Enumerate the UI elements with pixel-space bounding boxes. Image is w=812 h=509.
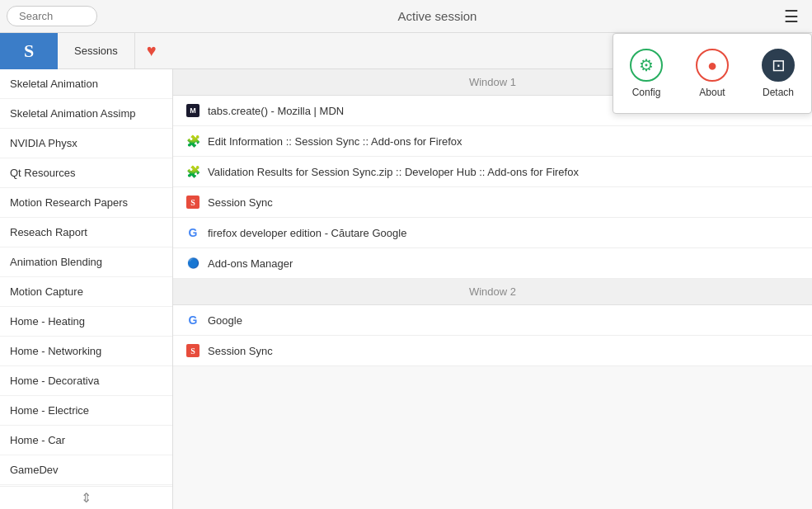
tab-title: Edit Information :: Session Sync :: Add-… (208, 135, 462, 148)
tab-title: firefox developer edition - Căutare Goog… (208, 227, 406, 239)
google-icon: G (189, 313, 198, 327)
sidebar-item[interactable]: Home - Electrice (0, 396, 172, 426)
google-icon: G (189, 226, 198, 239)
favicon-session-icon: S (186, 344, 199, 357)
puzzle-icon: 🧩 (186, 134, 200, 148)
tab-title: Session Sync (208, 196, 273, 209)
sidebar-item[interactable]: Motion Research Papers (0, 188, 172, 218)
sidebar-item[interactable]: Reseach Raport (0, 218, 172, 247)
tab-favicon: 🧩 (186, 134, 199, 148)
tab-favicon: G (186, 313, 199, 327)
app-title: Active session (398, 9, 477, 23)
tab-favicon: G (186, 226, 199, 239)
sidebar-item[interactable]: Home - Car (0, 426, 172, 455)
favicon-session-icon: S (186, 196, 199, 209)
tab-item[interactable]: 🧩 Edit Information :: Session Sync :: Ad… (173, 126, 812, 157)
sidebar-item[interactable]: NVIDIA Physx (0, 129, 172, 158)
tab-favicon: S (186, 344, 199, 357)
tab-title: Validation Results for Session Sync.zip … (208, 166, 579, 178)
about-label: About (699, 87, 725, 98)
tab-title: Add-ons Manager (208, 257, 293, 270)
main-layout: Skeletal AnimationSkeletal Animation Ass… (0, 69, 812, 509)
tab-title: Session Sync (208, 345, 273, 357)
sessions-tab[interactable]: Sessions (58, 33, 135, 69)
config-label: Config (632, 87, 661, 98)
search-input[interactable] (7, 6, 97, 26)
sidebar-item[interactable]: Home - Networking (0, 337, 172, 366)
app-logo[interactable]: S (0, 33, 58, 69)
dropdown-menu: ⚙ Config ● About ⊡ Detach (613, 33, 812, 114)
sidebar-scroll-down[interactable]: ⇕ (0, 486, 172, 509)
puzzle-icon: 🧩 (186, 165, 200, 178)
tab-item[interactable]: G Google (173, 305, 812, 336)
tab-favicon: S (186, 196, 199, 209)
tab-title: tabs.create() - Mozilla | MDN (208, 105, 344, 117)
detach-menu-item[interactable]: ⊡ Detach (752, 44, 805, 103)
about-icon: ● (696, 49, 729, 82)
sidebar-item[interactable]: Home - Heating (0, 307, 172, 337)
logo-letter: S (24, 40, 34, 62)
menu-button[interactable]: ☰ (777, 3, 805, 30)
sidebar-item[interactable]: Qt Resources (0, 158, 172, 188)
favorites-tab[interactable]: ♥ (135, 33, 168, 69)
favicon-mdn-icon: M (186, 104, 199, 117)
tab-favicon: 🔵 (186, 257, 199, 270)
config-menu-item[interactable]: ⚙ Config (620, 44, 673, 103)
sidebar-item[interactable]: Skeletal Animation (0, 69, 172, 99)
addon-icon: 🔵 (187, 257, 199, 269)
tab-item[interactable]: S Session Sync (173, 187, 812, 218)
top-bar: Active session ☰ (0, 0, 812, 33)
tab-favicon: 🧩 (186, 165, 199, 178)
heart-icon: ♥ (147, 41, 157, 60)
content-area: Window 1 M tabs.create() - Mozilla | MDN… (173, 69, 812, 509)
window2-header: Window 2 (173, 279, 812, 305)
tab-item[interactable]: 🧩 Validation Results for Session Sync.zi… (173, 157, 812, 187)
tab-item[interactable]: S Session Sync (173, 336, 812, 366)
sidebar-item[interactable]: Animation Blending (0, 247, 172, 277)
sidebar-item[interactable]: Home - Decorativa (0, 366, 172, 396)
sidebar-item[interactable]: Motion Capture (0, 277, 172, 307)
sidebar: Skeletal AnimationSkeletal Animation Ass… (0, 69, 173, 509)
detach-label: Detach (763, 87, 794, 98)
tab-title: Google (208, 314, 242, 327)
tab-item[interactable]: G firefox developer edition - Căutare Go… (173, 218, 812, 248)
sidebar-item[interactable]: GameDev (0, 455, 172, 485)
about-menu-item[interactable]: ● About (686, 44, 739, 103)
scroll-down-arrow: ⇕ (81, 490, 92, 506)
tab-favicon: M (186, 104, 199, 117)
detach-icon: ⊡ (762, 49, 795, 82)
sidebar-item[interactable]: Skeletal Animation Assimp (0, 99, 172, 129)
config-icon: ⚙ (630, 49, 663, 82)
tab-item[interactable]: 🔵 Add-ons Manager (173, 248, 812, 279)
